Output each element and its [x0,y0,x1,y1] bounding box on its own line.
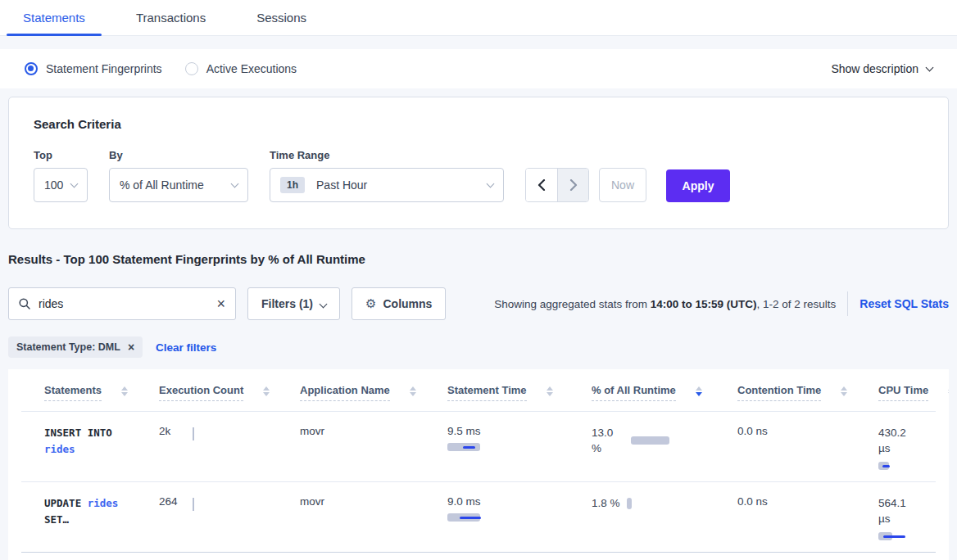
time-range-value: Past Hour [316,178,367,192]
cpu-time-value: 430.2 µs [878,425,918,456]
clear-filters-link[interactable]: Clear filters [156,341,216,354]
filters-button-label: Filters (1) [261,297,313,310]
tab-statements-label: Statements [23,11,85,25]
statement-fingerprint[interactable]: INSERT INTO rides [44,425,141,458]
column-header-label[interactable]: % of All Runtime [592,384,676,401]
now-button[interactable]: Now [599,168,646,202]
reset-sql-stats-link[interactable]: Reset SQL Stats [859,297,949,310]
percent-runtime-cell: 1.8 % [569,482,714,552]
search-input[interactable] [39,297,216,310]
show-description-toggle[interactable]: Show description [831,62,932,75]
percent-runtime-value: 1.8 % [592,495,620,511]
filters-button[interactable]: Filters (1) [247,287,340,320]
chevron-down-icon [926,64,934,72]
sort-icon[interactable] [410,386,416,396]
column-header-label[interactable]: Statements [44,384,102,401]
tab-transactions[interactable]: Transactions [120,0,222,35]
by-select-value: % of All Runtime [120,178,204,192]
by-label: By [109,149,248,161]
statement-time-cell: 9.0 ms [424,482,569,552]
column-header-label[interactable]: CPU Time [878,384,928,401]
column-header-label[interactable]: Execution Count [159,384,243,401]
statement-time-bar [447,443,497,451]
sort-icon[interactable] [263,386,270,396]
column-header-label[interactable]: Statement Time [447,384,527,401]
columns-button-label: Columns [383,297,432,310]
radio-statement-fingerprints-label: Statement Fingerprints [46,62,162,75]
stats-time-range: 14:00 to 15:59 (UTC) [651,298,757,310]
top-select-value: 100 [44,178,63,192]
top-label: Top [34,149,88,161]
apply-button[interactable]: Apply [666,169,730,202]
column-header-contention-time: Contention Time [714,369,855,411]
column-header-label[interactable]: Application Name [300,384,390,401]
previous-time-range-button[interactable] [526,169,557,201]
cpu-time-bar [878,462,928,470]
percent-runtime-value: 13.0 % [592,425,624,456]
filter-badge-label: Statement Type: DML [16,341,120,353]
by-select[interactable]: % of All Runtime [109,168,248,202]
time-range-badge: 1h [280,177,305,193]
percent-runtime-cell: 13.0 % [569,412,714,481]
chevron-down-icon [487,180,495,188]
sort-icon[interactable] [948,386,949,396]
execution-count-bar [193,498,194,511]
search-criteria-title: Search Criteria [34,117,923,131]
radio-statement-fingerprints[interactable] [25,62,38,75]
sort-icon-descending-active[interactable] [696,386,702,396]
column-header-cpu-time: CPU Time [855,369,936,411]
search-criteria-card: Search Criteria Top 100 By % of All Runt… [8,97,949,229]
gear-icon: ⚙ [365,296,376,311]
statement-time-cell: 9.5 ms [424,412,569,481]
column-header-statement-time: Statement Time [424,369,569,411]
show-description-label: Show description [831,62,918,75]
time-range-label: Time Range [270,149,504,161]
application-name-cell: movr [277,482,424,552]
chevron-down-icon [320,300,328,308]
columns-button[interactable]: ⚙ Columns [352,287,446,320]
tab-sessions[interactable]: Sessions [240,0,323,35]
table-row: UPDATE rides SET… 264 movr 9.0 ms 1.8 % … [21,482,936,553]
execution-count-cell: 2k [136,412,277,481]
aggregated-stats-note: Showing aggregated stats from 14:00 to 1… [494,298,836,310]
results-controls-row: × Filters (1) ⚙ Columns Showing aggregat… [8,287,949,320]
column-header-statements: Statements [21,369,136,411]
statement-time-value: 9.0 ms [447,495,569,508]
percent-runtime-bar [631,436,669,445]
filter-badge-statement-type: Statement Type: DML × [8,336,143,358]
statement-link[interactable]: rides [88,497,119,509]
sort-icon[interactable] [841,386,847,396]
radio-active-executions[interactable] [185,62,198,75]
statement-fingerprint[interactable]: UPDATE rides SET… [44,495,141,528]
search-box: × [8,287,236,320]
time-range-pager [525,168,589,202]
time-range-select[interactable]: 1h Past Hour [270,168,504,202]
results-heading: Results - Top 100 Statement Fingerprints… [8,252,949,266]
column-header-percent-runtime: % of All Runtime [569,369,714,411]
column-header-label[interactable]: Contention Time [737,384,821,401]
vertical-divider [847,291,848,316]
chevron-down-icon [70,180,79,188]
cpu-time-cell: 564.1 µs [855,482,936,552]
sort-icon[interactable] [121,386,128,396]
top-select[interactable]: 100 [34,168,88,202]
cpu-time-value: 564.1 µs [878,495,918,526]
sort-icon[interactable] [547,386,553,396]
statement-link[interactable]: rides [44,443,75,455]
chevron-left-icon [537,179,546,191]
clear-search-icon[interactable]: × [216,296,225,311]
tab-statements[interactable]: Statements [7,0,102,35]
tab-sessions-label: Sessions [256,11,306,25]
cpu-time-cell: 430.2 µs [855,412,936,481]
statement-time-bar [447,513,497,522]
remove-filter-icon[interactable]: × [128,341,134,353]
sql-activity-tabbar: Statements Transactions Sessions [0,0,957,36]
execution-count-value: 2k [159,425,170,437]
execution-count-cell: 264 [136,482,277,552]
table-header-row: Statements Execution Count Application N… [21,369,936,412]
view-toggle-bar: Statement Fingerprints Active Executions… [0,49,957,88]
percent-runtime-bar [627,498,632,509]
contention-time-cell: 0.0 ns [714,412,855,481]
next-time-range-button[interactable] [557,169,588,201]
column-header-execution-count: Execution Count [136,369,277,411]
